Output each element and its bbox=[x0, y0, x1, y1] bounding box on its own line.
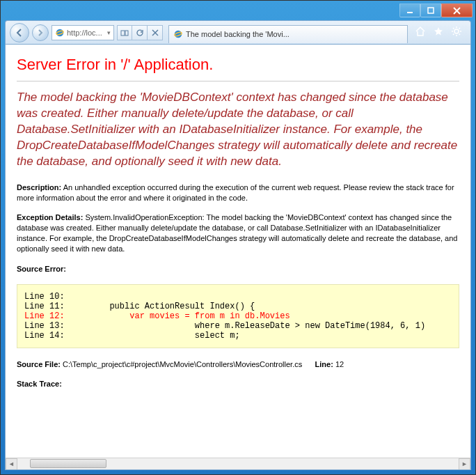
stack-trace-label: Stack Trace: bbox=[17, 380, 62, 388]
page-content[interactable]: Server Error in '/' Application. The mod… bbox=[6, 45, 470, 458]
exception-para: Exception Details: System.InvalidOperati… bbox=[17, 212, 459, 254]
home-icon[interactable] bbox=[415, 26, 426, 39]
browser-window: http://loc... ▾ The model backing the 'M… bbox=[1, 1, 475, 474]
maximize-button[interactable] bbox=[420, 3, 441, 17]
error-title: Server Error in '/' Application. bbox=[17, 56, 459, 74]
stack-trace-heading: Stack Trace: bbox=[17, 379, 459, 389]
stop-button[interactable] bbox=[148, 25, 163, 40]
src-line-14: Line 14: select m; bbox=[24, 331, 240, 341]
source-file-para: Source File: C:\Temp\c_project\c#project… bbox=[17, 359, 459, 370]
error-message: The model backing the 'MovieDBContext' c… bbox=[17, 90, 459, 170]
description-label: Description: bbox=[17, 183, 61, 192]
line-number: 12 bbox=[335, 360, 344, 368]
src-line-13: Line 13: where m.ReleaseDate > new DateT… bbox=[24, 321, 425, 331]
tools-icon[interactable] bbox=[451, 26, 462, 39]
refresh-button[interactable] bbox=[132, 25, 148, 40]
ie-icon bbox=[55, 28, 65, 38]
line-label: Line: bbox=[315, 360, 333, 368]
src-line-11: Line 11: public ActionResult Index() { bbox=[24, 302, 255, 311]
description-para: Description: An unhandled exception occu… bbox=[17, 182, 459, 203]
scroll-track[interactable] bbox=[17, 458, 459, 469]
svg-rect-6 bbox=[121, 31, 125, 36]
forward-button[interactable] bbox=[32, 24, 49, 41]
src-line-10: Line 10: bbox=[24, 292, 65, 302]
url-text: http://loc... bbox=[67, 29, 102, 37]
titlebar bbox=[1, 1, 475, 20]
favorites-icon[interactable] bbox=[433, 26, 444, 39]
source-error-box: Line 10: Line 11: public ActionResult In… bbox=[17, 284, 459, 348]
back-button[interactable] bbox=[10, 23, 29, 42]
dropdown-icon[interactable]: ▾ bbox=[107, 29, 111, 36]
source-error-heading: Source Error: bbox=[17, 264, 459, 274]
scroll-left-arrow[interactable]: ◄ bbox=[6, 458, 17, 470]
minimize-button[interactable] bbox=[399, 3, 420, 17]
compat-view-button[interactable] bbox=[117, 25, 132, 40]
scroll-thumb[interactable] bbox=[30, 459, 106, 468]
browser-tab[interactable]: The model backing the 'Movi... bbox=[168, 25, 408, 43]
exception-label: Exception Details: bbox=[17, 213, 83, 221]
tab-title: The model backing the 'Movi... bbox=[186, 30, 289, 38]
divider bbox=[17, 81, 459, 81]
source-file-label: Source File: bbox=[17, 360, 61, 368]
source-error-label: Source Error: bbox=[17, 265, 66, 273]
source-file-path: C:\Temp\c_project\c#project\MvcMovie\Con… bbox=[63, 360, 302, 368]
scroll-right-arrow[interactable]: ► bbox=[459, 458, 470, 470]
svg-point-12 bbox=[454, 29, 459, 33]
ie-icon bbox=[173, 29, 183, 39]
exception-text: System.InvalidOperationException: The mo… bbox=[17, 213, 457, 253]
url-input[interactable]: http://loc... ▾ bbox=[51, 25, 114, 40]
close-button[interactable] bbox=[441, 3, 473, 17]
src-line-12: Line 12: var movies = from m in db.Movie… bbox=[24, 311, 290, 321]
description-text: An unhandled exception occurred during t… bbox=[17, 183, 454, 202]
horizontal-scrollbar[interactable]: ◄ ► bbox=[6, 458, 470, 469]
address-bar: http://loc... ▾ The model backing the 'M… bbox=[5, 20, 471, 44]
svg-rect-7 bbox=[125, 31, 128, 36]
content-pane: Server Error in '/' Application. The mod… bbox=[5, 44, 471, 470]
svg-rect-1 bbox=[428, 8, 434, 13]
